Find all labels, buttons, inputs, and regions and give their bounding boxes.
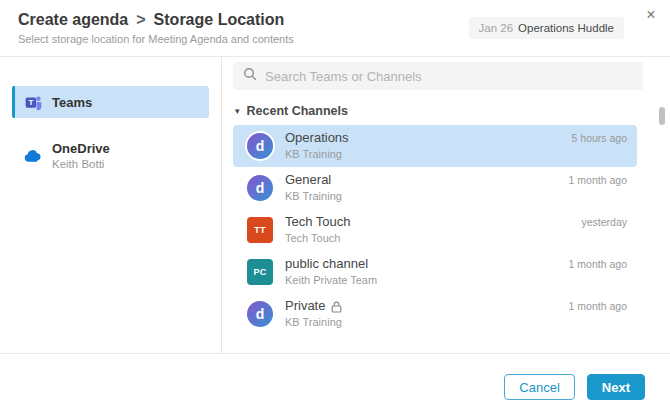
channel-list: d Operations KB Training 5 hours ago d G…: [233, 125, 637, 335]
meeting-badge: Jan 26 Operations Huddle: [469, 17, 624, 39]
recent-channels-header[interactable]: ▾ Recent Channels: [235, 104, 670, 118]
page-title: Storage Location: [154, 11, 285, 29]
dialog-footer: Cancel Next: [0, 353, 670, 418]
sidebar-item-text: OneDrive Keith Botti: [52, 141, 110, 172]
channel-row-general[interactable]: d General KB Training 1 month ago: [233, 167, 637, 209]
section-label: Recent Channels: [247, 104, 348, 118]
chevron-down-icon: ▾: [235, 106, 240, 116]
svg-text:T: T: [28, 98, 33, 107]
channel-timestamp: yesterday: [581, 216, 627, 228]
channel-text: General KB Training: [285, 172, 569, 203]
cancel-button[interactable]: Cancel: [504, 374, 574, 400]
next-button[interactable]: Next: [587, 374, 645, 400]
channel-team: Tech Touch: [285, 231, 581, 245]
channel-avatar: TT: [247, 217, 273, 243]
channel-name: Tech Touch: [285, 214, 351, 231]
channel-name: General: [285, 172, 331, 189]
selection-accent-bar: [12, 86, 15, 118]
teams-icon: T: [24, 93, 42, 111]
dialog-header: Create agenda > Storage Location Select …: [0, 0, 670, 57]
channel-row-tech-touch[interactable]: TT Tech Touch Tech Touch yesterday: [233, 209, 637, 251]
channel-avatar: d: [247, 301, 273, 327]
storage-location-dialog: Create agenda > Storage Location Select …: [0, 0, 670, 418]
meeting-date: Jan 26: [479, 22, 514, 34]
channel-timestamp: 1 month ago: [569, 174, 627, 186]
sidebar-item-onedrive[interactable]: OneDrive Keith Botti: [12, 136, 209, 176]
channel-name: Operations: [285, 130, 349, 147]
channel-row-public-channel[interactable]: PC public channel Keith Private Team 1 m…: [233, 251, 637, 293]
channel-text: Operations KB Training: [285, 130, 572, 161]
channel-row-operations[interactable]: d Operations KB Training 5 hours ago: [233, 125, 637, 167]
meeting-name: Operations Huddle: [518, 22, 614, 34]
dialog-body: T Teams OneDrive Keith Botti: [0, 57, 670, 353]
channel-timestamp: 5 hours ago: [572, 132, 627, 144]
channel-text: Private KB Training: [285, 298, 569, 329]
channel-team: KB Training: [285, 189, 569, 203]
channel-timestamp: 1 month ago: [569, 258, 627, 270]
channel-text: Tech Touch Tech Touch: [285, 214, 581, 245]
channel-row-private[interactable]: d Private KB Training: [233, 293, 637, 335]
channel-avatar: d: [247, 175, 273, 201]
onedrive-icon: [24, 147, 42, 165]
channel-timestamp: 1 month ago: [569, 300, 627, 312]
channel-text: public channel Keith Private Team: [285, 256, 569, 287]
channel-team: KB Training: [285, 315, 569, 329]
storage-sidebar: T Teams OneDrive Keith Botti: [0, 57, 222, 353]
close-icon[interactable]: ×: [642, 6, 660, 24]
sidebar-item-label: OneDrive: [52, 141, 110, 157]
channel-avatar: PC: [247, 259, 273, 285]
search-input[interactable]: [265, 69, 633, 84]
channel-name: public channel: [285, 256, 368, 273]
channel-browser: ▾ Recent Channels d Operations KB Traini…: [222, 57, 670, 353]
sidebar-item-teams[interactable]: T Teams: [12, 86, 209, 118]
scrollbar-thumb[interactable]: [659, 107, 665, 125]
sidebar-item-label: Teams: [52, 95, 92, 110]
search-icon: [243, 67, 257, 85]
channel-team: Keith Private Team: [285, 273, 569, 287]
channel-team: KB Training: [285, 147, 572, 161]
breadcrumb-separator: >: [136, 11, 145, 29]
lock-icon: [331, 301, 342, 313]
breadcrumb-create-agenda: Create agenda: [18, 11, 128, 29]
sidebar-item-sublabel: Keith Botti: [52, 157, 110, 171]
channel-avatar: d: [247, 133, 273, 159]
channel-name: Private: [285, 298, 325, 315]
search-box: [233, 62, 643, 90]
